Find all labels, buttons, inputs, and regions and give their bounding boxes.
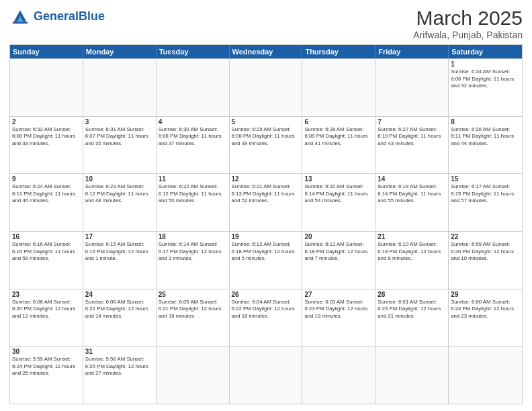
- cal-cell: 12Sunrise: 6:21 AM Sunset: 6:13 PM Dayli…: [230, 174, 303, 231]
- cal-cell: 25Sunrise: 6:05 AM Sunset: 6:21 PM Dayli…: [157, 289, 230, 347]
- logo-blue: Blue: [79, 9, 105, 23]
- cal-cell: 28Sunrise: 6:01 AM Sunset: 6:23 PM Dayli…: [375, 289, 449, 347]
- day-number: 17: [85, 233, 154, 240]
- day-number: 31: [85, 348, 154, 355]
- cal-cell: 22Sunrise: 6:09 AM Sunset: 6:20 PM Dayli…: [449, 232, 522, 289]
- cal-header-friday: Friday: [375, 45, 449, 58]
- cal-cell: [449, 347, 522, 404]
- day-number: 7: [378, 118, 446, 126]
- day-number: 27: [304, 291, 373, 298]
- day-info: Sunrise: 5:58 AM Sunset: 6:25 PM Dayligh…: [85, 356, 154, 377]
- logo-general: General: [34, 9, 79, 23]
- cal-cell: 3Sunrise: 6:31 AM Sunset: 6:07 PM Daylig…: [83, 117, 157, 174]
- day-info: Sunrise: 5:59 AM Sunset: 6:24 PM Dayligh…: [12, 356, 81, 377]
- cal-cell: 29Sunrise: 6:00 AM Sunset: 6:24 PM Dayli…: [449, 289, 522, 347]
- day-number: 26: [232, 291, 300, 298]
- day-info: Sunrise: 6:06 AM Sunset: 6:21 PM Dayligh…: [85, 299, 154, 320]
- cal-cell: 1Sunrise: 6:34 AM Sunset: 6:06 PM Daylig…: [449, 59, 522, 116]
- cal-cell: 4Sunrise: 6:30 AM Sunset: 6:08 PM Daylig…: [157, 117, 230, 174]
- cal-header-sunday: Sunday: [10, 45, 83, 58]
- day-info: Sunrise: 6:23 AM Sunset: 6:12 PM Dayligh…: [85, 183, 154, 205]
- day-info: Sunrise: 6:27 AM Sunset: 6:10 PM Dayligh…: [378, 126, 446, 148]
- day-number: 12: [232, 175, 300, 183]
- day-info: Sunrise: 6:03 AM Sunset: 6:23 PM Dayligh…: [304, 299, 373, 320]
- day-number: 5: [232, 118, 300, 126]
- day-number: 4: [159, 118, 227, 126]
- calendar: SundayMondayTuesdayWednesdayThursdayFrid…: [9, 44, 523, 404]
- cal-cell: 14Sunrise: 6:18 AM Sunset: 6:14 PM Dayli…: [375, 174, 449, 231]
- logo-icon: [9, 7, 31, 26]
- cal-row-1: 2Sunrise: 6:32 AM Sunset: 6:06 PM Daylig…: [10, 116, 522, 174]
- day-info: Sunrise: 6:10 AM Sunset: 6:19 PM Dayligh…: [378, 241, 446, 263]
- cal-cell: [157, 347, 230, 404]
- day-info: Sunrise: 6:29 AM Sunset: 6:08 PM Dayligh…: [232, 126, 300, 148]
- month-year: March 2025: [413, 7, 523, 30]
- cal-cell: 9Sunrise: 6:24 AM Sunset: 6:11 PM Daylig…: [10, 174, 83, 231]
- cal-cell: 24Sunrise: 6:06 AM Sunset: 6:21 PM Dayli…: [83, 289, 157, 347]
- day-info: Sunrise: 6:17 AM Sunset: 6:15 PM Dayligh…: [451, 183, 520, 205]
- cal-cell: 5Sunrise: 6:29 AM Sunset: 6:08 PM Daylig…: [230, 117, 303, 174]
- day-number: 15: [451, 175, 520, 183]
- day-number: 11: [159, 175, 227, 183]
- cal-cell: [230, 347, 303, 404]
- cal-cell: 26Sunrise: 6:04 AM Sunset: 6:22 PM Dayli…: [230, 289, 303, 347]
- cal-cell: 31Sunrise: 5:58 AM Sunset: 6:25 PM Dayli…: [83, 347, 157, 404]
- cal-cell: 21Sunrise: 6:10 AM Sunset: 6:19 PM Dayli…: [375, 232, 449, 289]
- cal-cell: 23Sunrise: 6:08 AM Sunset: 6:20 PM Dayli…: [10, 289, 83, 347]
- cal-cell: 30Sunrise: 5:59 AM Sunset: 6:24 PM Dayli…: [10, 347, 83, 404]
- cal-cell: 2Sunrise: 6:32 AM Sunset: 6:06 PM Daylig…: [10, 117, 83, 174]
- day-info: Sunrise: 6:12 AM Sunset: 6:18 PM Dayligh…: [232, 241, 300, 263]
- cal-header-wednesday: Wednesday: [230, 45, 303, 58]
- day-info: Sunrise: 6:31 AM Sunset: 6:07 PM Dayligh…: [85, 126, 154, 148]
- cal-row-2: 9Sunrise: 6:24 AM Sunset: 6:11 PM Daylig…: [10, 173, 522, 231]
- day-number: 3: [85, 118, 154, 126]
- day-info: Sunrise: 6:18 AM Sunset: 6:14 PM Dayligh…: [378, 183, 446, 205]
- day-info: Sunrise: 6:16 AM Sunset: 6:16 PM Dayligh…: [12, 241, 81, 263]
- cal-cell: [375, 59, 449, 116]
- day-info: Sunrise: 6:28 AM Sunset: 6:09 PM Dayligh…: [304, 126, 373, 148]
- logo: GeneralBlue: [9, 7, 105, 26]
- cal-cell: 6Sunrise: 6:28 AM Sunset: 6:09 PM Daylig…: [302, 117, 375, 174]
- day-number: 2: [12, 118, 81, 126]
- day-number: 25: [159, 291, 227, 298]
- cal-cell: [157, 59, 230, 116]
- day-number: 30: [12, 348, 81, 355]
- cal-row-4: 23Sunrise: 6:08 AM Sunset: 6:20 PM Dayli…: [10, 289, 522, 347]
- cal-row-3: 16Sunrise: 6:16 AM Sunset: 6:16 PM Dayli…: [10, 231, 522, 289]
- cal-cell: [302, 59, 375, 116]
- cal-cell: 19Sunrise: 6:12 AM Sunset: 6:18 PM Dayli…: [230, 232, 303, 289]
- calendar-body: 1Sunrise: 6:34 AM Sunset: 6:06 PM Daylig…: [10, 58, 522, 404]
- page: GeneralBlue March 2025 Arifwala, Punjab,…: [0, 0, 532, 411]
- cal-row-5: 30Sunrise: 5:59 AM Sunset: 6:24 PM Dayli…: [10, 346, 522, 404]
- day-info: Sunrise: 6:22 AM Sunset: 6:12 PM Dayligh…: [159, 183, 227, 205]
- day-number: 18: [159, 233, 227, 240]
- cal-cell: 17Sunrise: 6:15 AM Sunset: 6:16 PM Dayli…: [83, 232, 157, 289]
- cal-cell: 11Sunrise: 6:22 AM Sunset: 6:12 PM Dayli…: [157, 174, 230, 231]
- cal-cell: 13Sunrise: 6:20 AM Sunset: 6:14 PM Dayli…: [302, 174, 375, 231]
- header: GeneralBlue March 2025 Arifwala, Punjab,…: [9, 7, 523, 40]
- day-info: Sunrise: 6:11 AM Sunset: 6:18 PM Dayligh…: [304, 241, 373, 263]
- day-info: Sunrise: 6:08 AM Sunset: 6:20 PM Dayligh…: [12, 299, 81, 320]
- day-number: 8: [451, 118, 520, 126]
- title-block: March 2025 Arifwala, Punjab, Pakistan: [413, 7, 523, 40]
- day-number: 13: [304, 175, 373, 183]
- day-number: 23: [12, 291, 81, 298]
- day-info: Sunrise: 6:30 AM Sunset: 6:08 PM Dayligh…: [159, 126, 227, 148]
- cal-header-monday: Monday: [83, 45, 157, 58]
- day-info: Sunrise: 6:21 AM Sunset: 6:13 PM Dayligh…: [232, 183, 300, 205]
- cal-cell: 7Sunrise: 6:27 AM Sunset: 6:10 PM Daylig…: [375, 117, 449, 174]
- day-number: 29: [451, 291, 520, 298]
- location: Arifwala, Punjab, Pakistan: [413, 30, 523, 40]
- day-number: 20: [304, 233, 373, 240]
- day-number: 6: [304, 118, 373, 126]
- day-info: Sunrise: 6:20 AM Sunset: 6:14 PM Dayligh…: [304, 183, 373, 205]
- day-number: 21: [378, 233, 446, 240]
- cal-cell: 16Sunrise: 6:16 AM Sunset: 6:16 PM Dayli…: [10, 232, 83, 289]
- day-number: 24: [85, 291, 154, 298]
- cal-cell: [230, 59, 303, 116]
- day-number: 9: [12, 175, 81, 183]
- day-info: Sunrise: 6:14 AM Sunset: 6:17 PM Dayligh…: [159, 241, 227, 263]
- cal-header-thursday: Thursday: [302, 45, 375, 58]
- cal-cell: [83, 59, 157, 116]
- day-info: Sunrise: 6:01 AM Sunset: 6:23 PM Dayligh…: [378, 299, 446, 320]
